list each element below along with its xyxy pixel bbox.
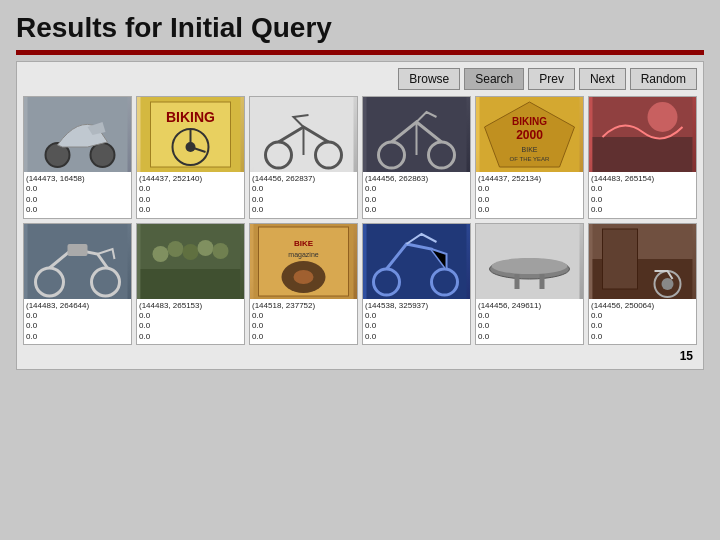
svg-rect-35 bbox=[141, 269, 241, 299]
svg-rect-23 bbox=[593, 137, 693, 172]
svg-point-2 bbox=[91, 143, 115, 167]
next-button[interactable]: Next bbox=[579, 68, 626, 90]
list-item[interactable]: (144456, 249611) 0.0 0.0 0.0 bbox=[475, 223, 584, 346]
page-number: 15 bbox=[23, 349, 697, 363]
image-label: (144483, 265154) 0.0 0.0 0.0 bbox=[589, 172, 696, 218]
toolbar: Browse Search Prev Next Random bbox=[23, 68, 697, 90]
image-label: (144437, 252134) 0.0 0.0 0.0 bbox=[476, 172, 583, 218]
image-thumb bbox=[363, 224, 470, 299]
page: Results for Initial Query Browse Search … bbox=[0, 0, 720, 540]
red-divider bbox=[16, 50, 704, 55]
image-grid-row1: (144473, 16458) 0.0 0.0 0.0 BIKING bbox=[23, 96, 697, 219]
svg-text:BIKE: BIKE bbox=[522, 146, 538, 153]
image-grid-row2: (144483, 264644) 0.0 0.0 0.0 bbox=[23, 223, 697, 346]
svg-rect-49 bbox=[540, 274, 545, 289]
image-label: (144538, 325937) 0.0 0.0 0.0 bbox=[363, 299, 470, 345]
svg-point-32 bbox=[183, 244, 199, 260]
svg-text:magazine: magazine bbox=[288, 251, 318, 259]
svg-point-41 bbox=[294, 270, 314, 284]
random-button[interactable]: Random bbox=[630, 68, 697, 90]
list-item[interactable]: (144538, 325937) 0.0 0.0 0.0 bbox=[362, 223, 471, 346]
image-label: (144483, 264644) 0.0 0.0 0.0 bbox=[24, 299, 131, 345]
image-thumb: BIKING bbox=[137, 97, 244, 172]
svg-rect-48 bbox=[515, 274, 520, 289]
list-item[interactable]: (144483, 264644) 0.0 0.0 0.0 bbox=[23, 223, 132, 346]
image-thumb: BIKE magazine bbox=[250, 224, 357, 299]
image-label: (144483, 265153) 0.0 0.0 0.0 bbox=[137, 299, 244, 345]
prev-button[interactable]: Prev bbox=[528, 68, 575, 90]
svg-rect-42 bbox=[367, 224, 467, 299]
page-title: Results for Initial Query bbox=[16, 12, 704, 44]
image-label: (144456, 249611) 0.0 0.0 0.0 bbox=[476, 299, 583, 345]
list-item[interactable]: (144456, 250064) 0.0 0.0 0.0 bbox=[588, 223, 697, 346]
browse-button[interactable]: Browse bbox=[398, 68, 460, 90]
svg-rect-28 bbox=[68, 244, 88, 256]
image-thumb bbox=[24, 224, 131, 299]
list-item[interactable]: (144483, 265153) 0.0 0.0 0.0 bbox=[136, 223, 245, 346]
list-item[interactable]: BIKING (144437, 252140) 0.0 0.0 0.0 bbox=[136, 96, 245, 219]
image-thumb bbox=[24, 97, 131, 172]
svg-point-54 bbox=[662, 278, 674, 290]
main-panel: Browse Search Prev Next Random bbox=[16, 61, 704, 370]
image-thumb bbox=[589, 97, 696, 172]
image-label: (144518, 237752) 0.0 0.0 0.0 bbox=[250, 299, 357, 345]
image-label: (144456, 262863) 0.0 0.0 0.0 bbox=[363, 172, 470, 218]
svg-point-47 bbox=[492, 258, 568, 274]
svg-point-24 bbox=[648, 102, 678, 132]
svg-text:BIKING: BIKING bbox=[512, 116, 547, 127]
image-label: (144456, 262837) 0.0 0.0 0.0 bbox=[250, 172, 357, 218]
image-thumb bbox=[363, 97, 470, 172]
svg-text:BIKE: BIKE bbox=[294, 239, 314, 248]
svg-rect-25 bbox=[28, 224, 128, 299]
svg-point-31 bbox=[168, 241, 184, 257]
svg-text:OF THE YEAR: OF THE YEAR bbox=[510, 156, 550, 162]
image-thumb: BIKING 2000 BIKE OF THE YEAR bbox=[476, 97, 583, 172]
image-label: (144473, 16458) 0.0 0.0 0.0 bbox=[24, 172, 131, 218]
image-thumb bbox=[137, 224, 244, 299]
svg-text:2000: 2000 bbox=[516, 128, 543, 142]
list-item[interactable]: (144483, 265154) 0.0 0.0 0.0 bbox=[588, 96, 697, 219]
search-button[interactable]: Search bbox=[464, 68, 524, 90]
list-item[interactable]: BIKE magazine (144518, 237752) 0.0 0.0 0… bbox=[249, 223, 358, 346]
list-item[interactable]: (144473, 16458) 0.0 0.0 0.0 bbox=[23, 96, 132, 219]
image-label: (144456, 250064) 0.0 0.0 0.0 bbox=[589, 299, 696, 345]
svg-point-34 bbox=[213, 243, 229, 259]
list-item[interactable]: (144456, 262863) 0.0 0.0 0.0 bbox=[362, 96, 471, 219]
image-thumb bbox=[250, 97, 357, 172]
svg-text:BIKING: BIKING bbox=[166, 109, 215, 125]
svg-point-33 bbox=[198, 240, 214, 256]
image-thumb bbox=[589, 224, 696, 299]
image-thumb bbox=[476, 224, 583, 299]
image-label: (144437, 252140) 0.0 0.0 0.0 bbox=[137, 172, 244, 218]
list-item[interactable]: (144456, 262837) 0.0 0.0 0.0 bbox=[249, 96, 358, 219]
list-item[interactable]: BIKING 2000 BIKE OF THE YEAR (144437, 25… bbox=[475, 96, 584, 219]
svg-rect-52 bbox=[603, 229, 638, 289]
svg-point-30 bbox=[153, 246, 169, 262]
